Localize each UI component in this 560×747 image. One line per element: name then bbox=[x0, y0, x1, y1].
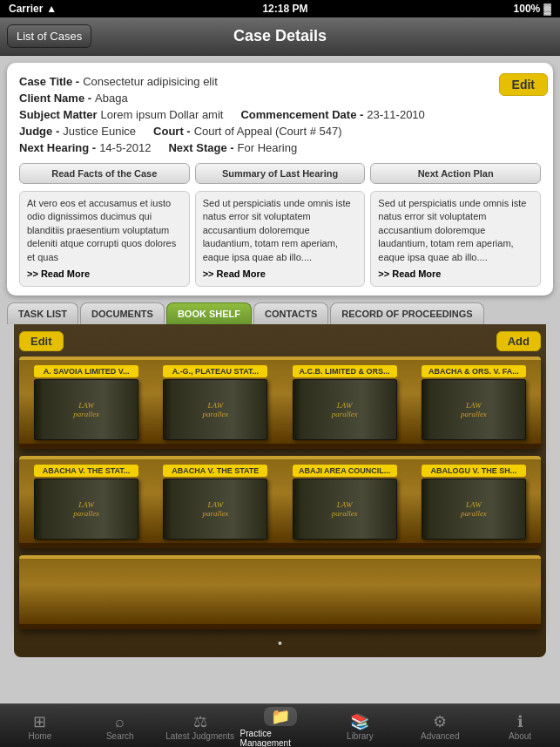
shelf-edit-button[interactable]: Edit bbox=[19, 331, 64, 351]
subject-matter-value: Lorem ipsum Dollar amit bbox=[101, 108, 224, 121]
search-icon: ⌕ bbox=[115, 714, 125, 730]
book-item[interactable]: A. SAVOIA LIMITED V... LAWparallex bbox=[34, 365, 138, 440]
book-item[interactable]: ABACHA & ORS. V. FA... LAWparallex bbox=[422, 365, 526, 440]
tab-contacts[interactable]: CONTACTS bbox=[253, 302, 328, 324]
book-cover-2: LAWparallex bbox=[163, 379, 267, 440]
tabs-row: TASK LIST DOCUMENTS BOOK SHELF CONTACTS … bbox=[7, 302, 553, 324]
book-item[interactable]: A.C.B. LIMITED & ORS... LAWparallex bbox=[293, 365, 397, 440]
commencement-date-row: Commencement Date - 23-11-2010 bbox=[240, 106, 424, 123]
time-display: 12:18 PM bbox=[262, 3, 307, 15]
read-more-3[interactable]: >> Read More bbox=[378, 268, 533, 281]
book-title-3: A.C.B. LIMITED & ORS... bbox=[293, 365, 397, 377]
edit-button[interactable]: Edit bbox=[499, 73, 548, 96]
next-hearing-value: 14-5-2012 bbox=[99, 141, 151, 154]
tabs-container: TASK LIST DOCUMENTS BOOK SHELF CONTACTS … bbox=[7, 302, 553, 657]
subject-matter-label: Subject Matter bbox=[19, 108, 98, 121]
book-title-2: A.-G., PLATEAU STAT... bbox=[163, 365, 267, 377]
bookshelf: Edit Add A. SAVOIA LIMITED V... LAWparal… bbox=[14, 324, 546, 657]
bottom-tab-about[interactable]: ℹ About bbox=[480, 704, 560, 747]
action-buttons-row: Read Facts of the Case Summary of Last H… bbox=[19, 163, 541, 184]
client-name-row: Client Name - Abaga bbox=[19, 90, 541, 106]
card-3-text: Sed ut perspiciatis unde omnis iste natu… bbox=[378, 198, 526, 262]
next-stage-row: Next Stage - For Hearing bbox=[168, 139, 297, 156]
book-cover-text-5: LAWparallex bbox=[73, 500, 99, 520]
book-title-1: A. SAVOIA LIMITED V... bbox=[34, 365, 138, 377]
about-icon: ℹ bbox=[517, 714, 523, 730]
book-spine-5 bbox=[35, 479, 42, 539]
book-title-6: ABACHA V. THE STATE bbox=[163, 465, 267, 477]
tab-task-list[interactable]: TASK LIST bbox=[7, 302, 78, 324]
judge-value: Justice Eunice bbox=[63, 125, 136, 138]
bottom-tab-search[interactable]: ⌕ Search bbox=[80, 704, 160, 747]
book-cover-5: LAWparallex bbox=[34, 479, 138, 540]
book-item[interactable]: A.-G., PLATEAU STAT... LAWparallex bbox=[163, 365, 267, 440]
battery-label: 100% bbox=[514, 3, 541, 15]
shelf-add-button[interactable]: Add bbox=[496, 331, 541, 351]
book-cover-text-2: LAWparallex bbox=[202, 401, 228, 420]
book-spine-4 bbox=[422, 380, 429, 439]
read-more-2[interactable]: >> Read More bbox=[203, 268, 358, 281]
status-bar: Carrier ▲ 12:18 PM 100% ▓ bbox=[0, 0, 560, 17]
book-cover-text-1: LAWparallex bbox=[73, 401, 99, 420]
book-cover-text-7: LAWparallex bbox=[332, 500, 358, 520]
book-cover-text-8: LAWparallex bbox=[461, 500, 487, 520]
book-title-5: ABACHA V. THE STAT... bbox=[34, 465, 138, 477]
book-cover-text-4: LAWparallex bbox=[461, 401, 487, 420]
case-title-row: Case Title - Consectetur adipisicing eli… bbox=[19, 73, 541, 90]
shelf-row-3-empty bbox=[19, 555, 541, 629]
client-name-label: Client Name - bbox=[19, 92, 91, 105]
bottom-tab-advanced[interactable]: ⚙ Advanced bbox=[400, 704, 480, 747]
nav-bar: List of Cases Case Details bbox=[0, 17, 560, 56]
card-read-facts: At vero eos et accusamus et iusto odio d… bbox=[19, 191, 190, 287]
search-label: Search bbox=[106, 731, 134, 741]
court-row: Court - Court of Appeal (Court # 547) bbox=[153, 123, 341, 139]
carrier-label: Carrier bbox=[9, 3, 43, 15]
book-spine-1 bbox=[35, 380, 42, 439]
book-item[interactable]: ABAJI AREA COUNCIL... LAWparallex bbox=[293, 465, 397, 540]
commencement-date-value: 23-11-2010 bbox=[367, 108, 425, 121]
bottom-tab-practice-management[interactable]: 📁 Practice Management bbox=[240, 704, 320, 747]
book-title-7: ABAJI AREA COUNCIL... bbox=[293, 465, 397, 477]
book-cover-text-6: LAWparallex bbox=[202, 500, 228, 520]
advanced-icon: ⚙ bbox=[433, 714, 447, 730]
commencement-date-label: Commencement Date - bbox=[240, 108, 363, 121]
book-item[interactable]: ABACHA V. THE STATE LAWparallex bbox=[163, 465, 267, 540]
judgments-label: Latest Judgments bbox=[165, 731, 234, 741]
next-hearing-row: Next Hearing - 14-5-2012 bbox=[19, 139, 151, 156]
case-title-value: Consectetur adipisicing elit bbox=[83, 75, 218, 88]
book-cover-1: LAWparallex bbox=[34, 379, 138, 440]
case-details-panel: Edit Case Title - Consectetur adipisicin… bbox=[7, 63, 553, 295]
book-spine-6 bbox=[164, 479, 171, 539]
bottom-tab-latest-judgments[interactable]: ⚖ Latest Judgments bbox=[160, 704, 240, 747]
back-button[interactable]: List of Cases bbox=[7, 24, 91, 48]
book-cover-4: LAWparallex bbox=[422, 379, 526, 440]
wifi-icon: ▲ bbox=[46, 3, 57, 15]
card-summary-hearing: Sed ut perspiciatis unde omnis iste natu… bbox=[195, 191, 366, 287]
read-facts-button[interactable]: Read Facts of the Case bbox=[19, 163, 190, 184]
book-title-8: ABALOGU V. THE SH... bbox=[422, 465, 526, 477]
summary-hearing-button[interactable]: Summary of Last Hearing bbox=[195, 163, 366, 184]
books-grid-2: ABACHA V. THE STAT... LAWparallex ABACHA… bbox=[24, 465, 536, 540]
page-dot: • bbox=[19, 636, 541, 650]
card-next-action: Sed ut perspiciatis unde omnis iste natu… bbox=[370, 191, 541, 287]
book-item[interactable]: ABALOGU V. THE SH... LAWparallex bbox=[422, 465, 526, 540]
next-action-button[interactable]: Next Action Plan bbox=[370, 163, 541, 184]
shelf-row-2: ABACHA V. THE STAT... LAWparallex ABACHA… bbox=[19, 456, 541, 548]
book-title-4: ABACHA & ORS. V. FA... bbox=[422, 365, 526, 377]
books-grid-1: A. SAVOIA LIMITED V... LAWparallex A.-G.… bbox=[24, 365, 536, 440]
read-more-1[interactable]: >> Read More bbox=[27, 268, 182, 281]
case-title-label: Case Title - bbox=[19, 75, 79, 88]
book-cover-8: LAWparallex bbox=[422, 479, 526, 540]
next-hearing-label: Next Hearing - bbox=[19, 141, 96, 154]
battery-icon: ▓ bbox=[543, 3, 551, 15]
book-cover-7: LAWparallex bbox=[293, 479, 397, 540]
book-item[interactable]: ABACHA V. THE STAT... LAWparallex bbox=[34, 465, 138, 540]
page-title: Case Details bbox=[233, 27, 327, 45]
bottom-tab-library[interactable]: 📚 Library bbox=[320, 704, 400, 747]
tab-book-shelf[interactable]: BOOK SHELF bbox=[166, 302, 252, 324]
action-cards-row: At vero eos et accusamus et iusto odio d… bbox=[19, 191, 541, 287]
bottom-tab-home[interactable]: ⊞ Home bbox=[0, 704, 80, 747]
tab-record[interactable]: RECORD OF PROCEEDINGS bbox=[330, 302, 483, 324]
about-label: About bbox=[509, 731, 531, 741]
tab-documents[interactable]: DOCUMENTS bbox=[80, 302, 165, 324]
